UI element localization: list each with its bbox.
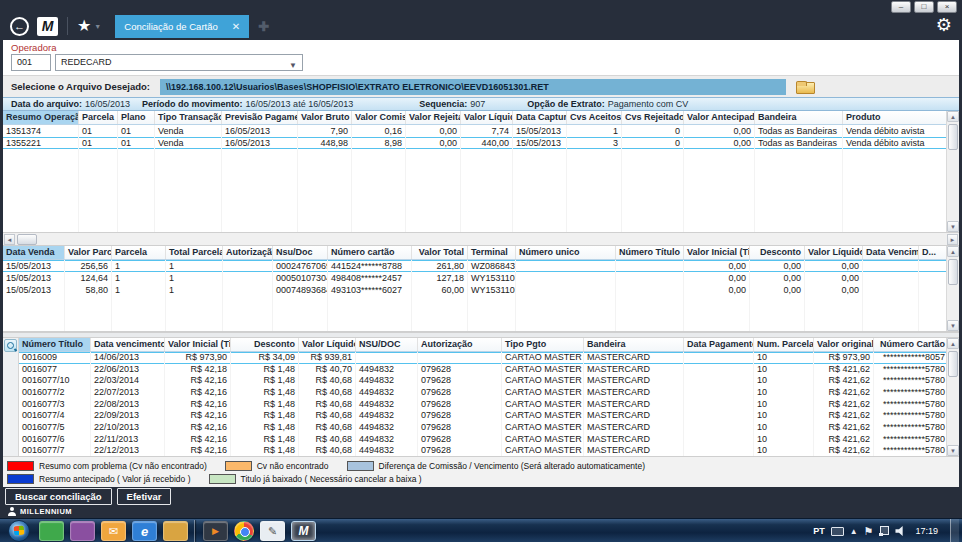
column-header[interactable]: Bandeira bbox=[584, 338, 684, 351]
column-header[interactable]: Valor Líquido bbox=[805, 246, 863, 259]
table-row[interactable]: 001607722/06/2013R$ 42,18R$ 1,48R$ 40,70… bbox=[19, 364, 946, 376]
table-row[interactable]: 0016077/622/11/2013R$ 42,16R$ 1,48R$ 40,… bbox=[19, 434, 946, 446]
column-header[interactable]: Valor Inicial (Tit) bbox=[684, 246, 750, 259]
column-header[interactable]: Previsão Pagamento bbox=[222, 111, 298, 124]
table-row[interactable]: 13552210101Venda16/05/2013448,988,980,00… bbox=[3, 137, 946, 149]
table-row[interactable]: 0016077/222/07/2013R$ 42,16R$ 1,48R$ 40,… bbox=[19, 387, 946, 399]
table-row[interactable]: 0016077/422/09/2013R$ 42,16R$ 1,48R$ 40,… bbox=[19, 410, 946, 422]
column-header[interactable]: Nsu/Doc bbox=[273, 246, 328, 259]
show-desktop-button[interactable] bbox=[950, 519, 959, 542]
millennium-app-icon[interactable]: M bbox=[291, 521, 316, 541]
table-row[interactable]: 15/05/201358,8011000748936844493103*****… bbox=[3, 284, 946, 296]
table-row[interactable]: 0016077/1022/03/2014R$ 42,16R$ 1,48R$ 40… bbox=[19, 375, 946, 387]
search-icon[interactable] bbox=[4, 339, 17, 352]
scroll-left-icon[interactable]: ◄ bbox=[4, 234, 15, 245]
chrome-icon[interactable] bbox=[234, 521, 254, 541]
summary-table-vscrollbar[interactable]: ▲ ▼ bbox=[946, 111, 959, 232]
column-header[interactable]: Tipo Pgto bbox=[502, 338, 584, 351]
column-header[interactable]: Valor Total bbox=[412, 246, 468, 259]
table-row[interactable]: 0016077/322/08/2013R$ 42,16R$ 1,48R$ 40,… bbox=[19, 399, 946, 411]
column-header[interactable]: Valor Inicial (Tit) bbox=[165, 338, 231, 351]
column-header[interactable]: Data Captura bbox=[513, 111, 567, 124]
tab-close-icon[interactable]: ✕ bbox=[232, 21, 240, 32]
clock[interactable]: 17:19 bbox=[915, 526, 938, 536]
column-header[interactable]: Autorização bbox=[418, 338, 502, 351]
column-header[interactable]: Valor Comis... bbox=[352, 111, 406, 124]
column-header[interactable]: Data Venda bbox=[3, 246, 65, 259]
scroll-up-icon[interactable]: ▲ bbox=[947, 111, 959, 122]
network-icon[interactable] bbox=[879, 526, 889, 536]
scroll-up-icon[interactable]: ▲ bbox=[947, 338, 959, 349]
summary-table-hscrollbar[interactable]: ◄ ► bbox=[3, 233, 959, 246]
column-header[interactable]: D... bbox=[919, 246, 946, 259]
operator-code-field[interactable]: 001 bbox=[11, 54, 51, 71]
video-player-icon[interactable]: ▶ bbox=[203, 521, 228, 541]
column-header[interactable]: Valor Líquido bbox=[461, 111, 513, 124]
scroll-up-icon[interactable]: ▲ bbox=[947, 246, 959, 257]
file-path-field[interactable]: \\192.168.100.12\Usuarios\Bases\SHOPFISI… bbox=[160, 79, 786, 95]
action-center-flag-icon[interactable]: ⚑ bbox=[864, 526, 874, 537]
column-header[interactable]: Número Título bbox=[616, 246, 684, 259]
scroll-down-icon[interactable]: ▼ bbox=[947, 320, 959, 331]
speaker-icon[interactable] bbox=[895, 526, 905, 536]
column-header[interactable]: Parcela bbox=[79, 111, 118, 124]
favorites-star-icon[interactable]: ★ bbox=[77, 17, 91, 35]
close-button[interactable]: × bbox=[937, 1, 957, 13]
column-header[interactable]: Número Cartão bbox=[874, 338, 946, 351]
tray-expand-icon[interactable]: ▲ bbox=[850, 527, 858, 536]
column-header[interactable]: Desconto bbox=[750, 246, 805, 259]
scroll-thumb[interactable] bbox=[948, 259, 958, 285]
table-row[interactable]: 001600914/06/2013R$ 973,90R$ 34,09R$ 939… bbox=[19, 352, 946, 364]
table-row[interactable]: 0016077/522/10/2013R$ 42,16R$ 1,48R$ 40,… bbox=[19, 422, 946, 434]
column-header[interactable]: Total Parcela bbox=[166, 246, 223, 259]
column-header[interactable]: Cvs Aceitos bbox=[567, 111, 622, 124]
start-button[interactable] bbox=[8, 520, 30, 542]
scroll-down-icon[interactable]: ▼ bbox=[947, 221, 959, 232]
column-header[interactable]: Número Título bbox=[19, 338, 91, 351]
column-header[interactable]: Valor original bbox=[814, 338, 874, 351]
millennium-logo[interactable]: M bbox=[37, 17, 58, 36]
minimize-button[interactable]: – bbox=[891, 1, 911, 13]
buscar-conciliacao-button[interactable]: Buscar conciliação bbox=[5, 488, 112, 505]
column-header[interactable]: Valor Líquido bbox=[299, 338, 356, 351]
settings-gear-icon[interactable]: ⚙ bbox=[936, 15, 952, 35]
back-icon[interactable]: ← bbox=[10, 17, 29, 36]
mail-icon[interactable]: ✉ bbox=[101, 521, 126, 541]
maximize-button[interactable]: □ bbox=[914, 1, 934, 13]
notes-icon[interactable]: ✎ bbox=[260, 521, 285, 541]
column-header[interactable]: Produto bbox=[843, 111, 946, 124]
scroll-right-icon[interactable]: ► bbox=[947, 234, 958, 245]
favorites-caret-icon[interactable]: ▼ bbox=[94, 23, 101, 30]
column-header[interactable]: Parcela bbox=[112, 246, 166, 259]
cv-table-vscrollbar[interactable]: ▲ ▼ bbox=[946, 246, 959, 331]
media-suite-icon[interactable] bbox=[70, 521, 95, 541]
column-header[interactable]: Valor Parcela bbox=[65, 246, 112, 259]
column-header[interactable]: Data Vencime... bbox=[863, 246, 919, 259]
new-tab-icon[interactable]: ✚ bbox=[258, 19, 269, 34]
column-header[interactable]: Resumo Operação bbox=[3, 111, 79, 124]
efetivar-button[interactable]: Efetivar bbox=[117, 488, 172, 505]
column-header[interactable]: Autorização bbox=[223, 246, 273, 259]
internet-explorer-icon[interactable]: e bbox=[132, 521, 157, 541]
scroll-thumb[interactable] bbox=[17, 234, 37, 245]
keyboard-icon[interactable] bbox=[831, 527, 844, 536]
scroll-down-icon[interactable]: ▼ bbox=[947, 445, 959, 456]
table-row[interactable]: 0016077/722/12/2013R$ 42,16R$ 1,48R$ 40,… bbox=[19, 445, 946, 456]
column-header[interactable]: Data Pagamento bbox=[684, 338, 754, 351]
column-header[interactable]: Valor Rejeita... bbox=[406, 111, 461, 124]
language-indicator[interactable]: PT bbox=[813, 526, 825, 536]
titles-table-vscrollbar[interactable]: ▲ ▼ bbox=[946, 338, 959, 456]
column-header[interactable]: Tipo Transação bbox=[155, 111, 222, 124]
messenger-icon[interactable] bbox=[39, 521, 64, 541]
column-header[interactable]: Terminal bbox=[468, 246, 516, 259]
column-header[interactable]: Plano bbox=[118, 111, 155, 124]
scroll-thumb[interactable] bbox=[948, 124, 958, 150]
column-header[interactable]: Cvs Rejeitado bbox=[622, 111, 684, 124]
column-header[interactable]: Número unico bbox=[516, 246, 616, 259]
file-explorer-icon[interactable] bbox=[163, 521, 188, 541]
column-header[interactable]: Data vencimento bbox=[91, 338, 165, 351]
column-header[interactable]: NSU/DOC bbox=[356, 338, 418, 351]
table-row[interactable]: 15/05/2013124,6411000501073040498408****… bbox=[3, 272, 946, 284]
scroll-thumb[interactable] bbox=[948, 351, 958, 377]
tab-conciliacao-de-cartao[interactable]: Conciliação de Cartão ✕ bbox=[115, 15, 249, 38]
